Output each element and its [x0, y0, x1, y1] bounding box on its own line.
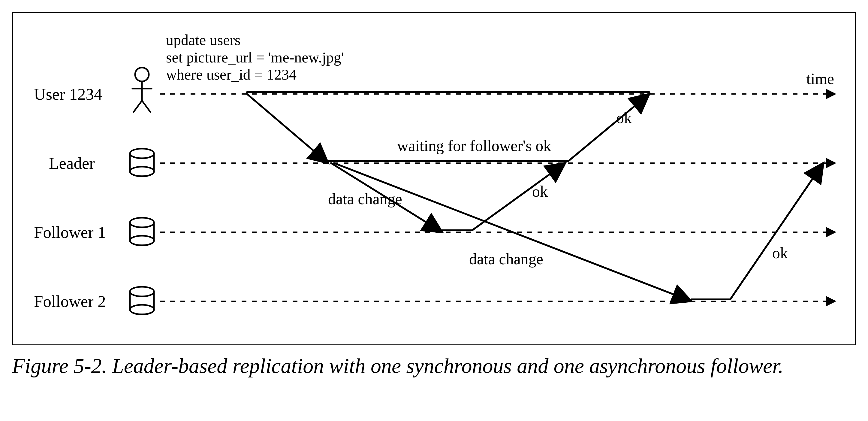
ok-to-user-label: ok	[616, 109, 632, 127]
svg-point-11	[130, 218, 154, 227]
lane-lines	[160, 94, 835, 301]
leader-cylinder-icon	[130, 149, 154, 176]
ok-from-follower2-label: ok	[772, 244, 788, 262]
waiting-label: waiting for follower's ok	[397, 137, 551, 155]
sequence-svg	[13, 13, 855, 344]
data-change-2-label: data change	[469, 250, 543, 268]
svg-line-8	[142, 100, 150, 112]
follower1-cylinder-icon	[130, 218, 154, 245]
user-icon	[132, 67, 152, 112]
svg-point-4	[135, 67, 149, 81]
figure-caption: Figure 5-2. Leader-based replication wit…	[12, 353, 856, 379]
data-change-1-label: data change	[328, 190, 402, 208]
svg-point-9	[130, 149, 154, 158]
svg-point-10	[130, 167, 154, 176]
arrow-follower2-to-leader-ok	[730, 163, 823, 299]
cylinder-icons	[130, 149, 154, 314]
arrow-follower1-to-leader-ok	[472, 163, 565, 230]
time-axis-label: time	[806, 70, 834, 88]
diagram-page: User 1234 Leader Follower 1 Follower 2 t…	[0, 0, 868, 421]
arrow-user-to-leader	[247, 94, 328, 163]
svg-point-13	[130, 287, 154, 296]
ok-from-follower1-label: ok	[532, 183, 548, 200]
diagram-frame: User 1234 Leader Follower 1 Follower 2 t…	[12, 12, 856, 345]
svg-point-12	[130, 236, 154, 245]
row-label-follower2: Follower 2	[34, 292, 106, 311]
follower2-cylinder-icon	[130, 287, 154, 314]
row-label-follower1: Follower 1	[34, 223, 106, 242]
row-label-user: User 1234	[34, 85, 102, 103]
row-label-leader: Leader	[49, 154, 95, 173]
update-query-text: update users set picture_url = 'me-new.j…	[166, 32, 344, 84]
svg-point-14	[130, 305, 154, 314]
svg-line-7	[133, 100, 142, 112]
arrow-leader-to-user-ok	[568, 94, 649, 161]
